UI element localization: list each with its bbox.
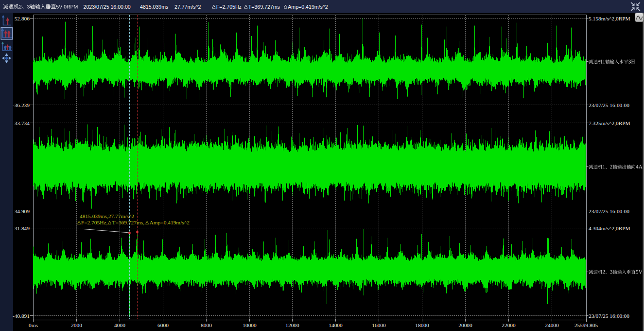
svg-text:6000: 6000 xyxy=(157,322,169,328)
svg-text:4.304m/s^2,0RPM: 4.304m/s^2,0RPM xyxy=(589,225,630,231)
svg-text:5.158m/s^2,0RPM: 5.158m/s^2,0RPM xyxy=(589,16,630,21)
svg-text:27.77m/s^2: 27.77m/s^2 xyxy=(174,4,201,10)
svg-text:22000: 22000 xyxy=(502,322,516,328)
svg-text:4000: 4000 xyxy=(114,322,125,328)
svg-text:25599.805: 25599.805 xyxy=(574,322,598,328)
svg-text:T=369.727ms,: T=369.727ms, xyxy=(112,220,145,225)
svg-text:10000: 10000 xyxy=(243,322,257,328)
svg-text:Amp=0.419m/s^2: Amp=0.419m/s^2 xyxy=(150,220,190,225)
svg-text:18000: 18000 xyxy=(415,322,429,328)
svg-text:23/07/25 16:00:00: 23/07/25 16:00:00 xyxy=(589,102,629,108)
svg-text:2000: 2000 xyxy=(71,322,82,328)
svg-text:24000: 24000 xyxy=(545,322,559,328)
svg-text:4815.039ms: 4815.039ms xyxy=(140,4,168,10)
svg-text:16000: 16000 xyxy=(372,322,386,328)
svg-text:20000: 20000 xyxy=(458,322,472,328)
svg-text:-40.891: -40.891 xyxy=(13,313,30,319)
svg-text:2023/07/25 16:00:00: 2023/07/25 16:00:00 xyxy=(84,4,131,10)
svg-text:-34.909: -34.909 xyxy=(13,208,30,214)
svg-text:F=2.705Hz: F=2.705Hz xyxy=(216,4,242,10)
svg-text:-36.239: -36.239 xyxy=(13,102,30,108)
svg-text:23/07/25 16:00:00: 23/07/25 16:00:00 xyxy=(589,208,629,214)
svg-text:T=369.727ms: T=369.727ms xyxy=(248,4,280,10)
svg-text:Amp=0.419m/s^2: Amp=0.419m/s^2 xyxy=(288,4,328,10)
svg-text:31.849: 31.849 xyxy=(15,225,30,231)
svg-text:33.734: 33.734 xyxy=(15,120,30,126)
svg-text:8000: 8000 xyxy=(201,322,212,328)
svg-text:4815.039ms,27.77m/s^2: 4815.039ms,27.77m/s^2 xyxy=(80,213,134,219)
svg-text:52.806: 52.806 xyxy=(15,16,30,21)
svg-text:0ms: 0ms xyxy=(29,322,38,328)
svg-text:7.325m/s^2,0RPM: 7.325m/s^2,0RPM xyxy=(589,120,630,126)
svg-text:F=2.705Hz,: F=2.705Hz, xyxy=(81,220,108,225)
svg-text:14000: 14000 xyxy=(329,322,343,328)
svg-text:12000: 12000 xyxy=(285,322,299,328)
svg-text:23/07/25 16:00:00: 23/07/25 16:00:00 xyxy=(589,313,629,319)
